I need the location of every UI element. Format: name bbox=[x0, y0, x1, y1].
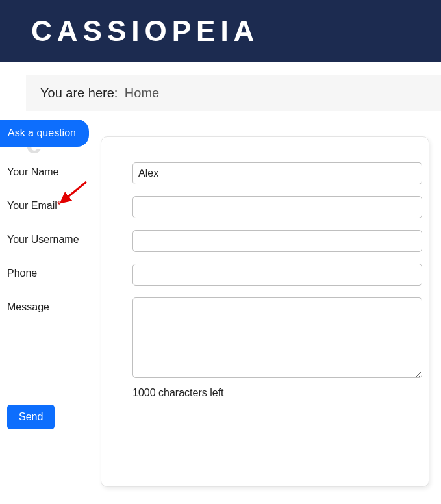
site-header: CASSIOPEIA bbox=[0, 0, 441, 62]
required-asterisk: * bbox=[57, 200, 61, 211]
form-fields-column: 1000 characters left bbox=[132, 162, 422, 399]
ask-question-button[interactable]: Ask a question bbox=[0, 120, 89, 147]
phone-field[interactable] bbox=[132, 264, 422, 286]
username-field[interactable] bbox=[132, 230, 422, 252]
label-name: Your Name bbox=[7, 166, 131, 178]
breadcrumb-label: You are here: bbox=[40, 86, 118, 100]
label-message: Message bbox=[7, 301, 131, 313]
name-field[interactable] bbox=[132, 162, 422, 184]
label-username: Your Username bbox=[7, 234, 131, 246]
brand-logo: CASSIOPEIA bbox=[31, 15, 259, 47]
label-phone: Phone bbox=[7, 268, 131, 279]
email-field[interactable] bbox=[132, 196, 422, 218]
form-labels-column: Your Name Your Email* Your Username Phon… bbox=[7, 166, 131, 335]
message-field[interactable] bbox=[132, 297, 422, 378]
send-button[interactable]: Send bbox=[7, 405, 55, 429]
label-email-text: Your Email bbox=[7, 200, 57, 211]
character-counter: 1000 characters left bbox=[132, 387, 422, 399]
label-email: Your Email* bbox=[7, 200, 131, 212]
breadcrumb-home-link[interactable]: Home bbox=[125, 86, 159, 100]
breadcrumb: You are here: Home bbox=[26, 75, 441, 111]
